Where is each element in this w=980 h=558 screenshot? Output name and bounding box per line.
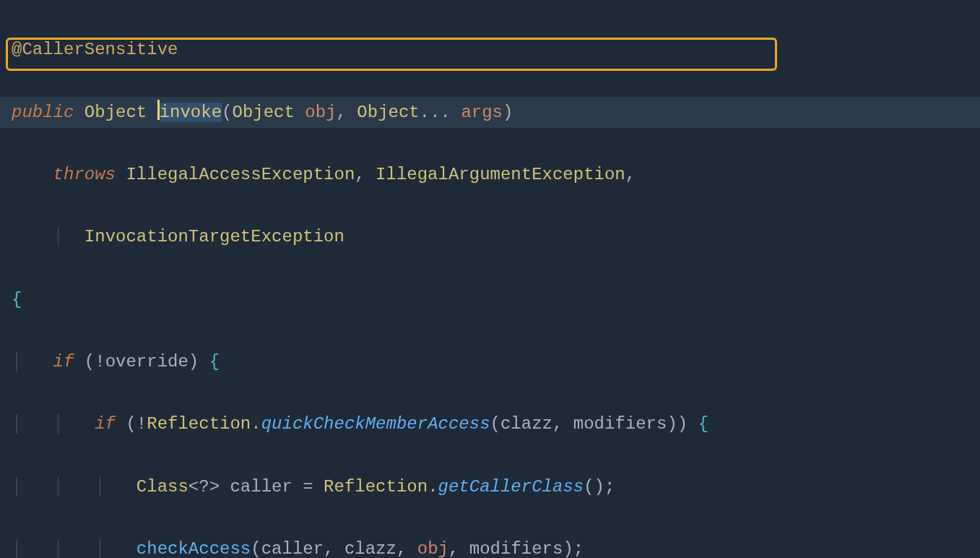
punct-token: = [303,477,313,497]
highlighted-line[interactable]: public Object invoke(Object obj, Object.… [0,97,980,128]
type-token: IllegalArgumentException [376,165,625,184]
punct-token: ) [503,103,513,122]
code-line[interactable]: │ │ if (!Reflection.quickCheckMemberAcce… [12,408,980,439]
indent-guide: │ │ │ [12,539,136,558]
type-token: InvocationTargetException [84,227,344,246]
punct-token: . [428,477,438,497]
param-token: args [461,103,503,122]
identifier-token: caller [230,477,292,497]
keyword-token: if [53,352,74,372]
punct-token: ( [126,414,136,434]
punct-token: , [552,414,563,434]
annotation-token: @CallerSensitive [12,40,178,59]
punct-token: , [337,103,347,122]
type-token: IllegalAccessException [126,165,355,184]
keyword-token: public [12,103,74,122]
identifier-token: modifiers [573,414,667,434]
punct-token: , [625,165,636,184]
punct-token: ( [251,539,261,558]
brace-token: { [698,414,708,434]
type-token: Reflection [147,414,251,434]
indent-guide: │ [53,227,84,246]
punct-token: ( [222,103,232,122]
punct-token: ( [84,352,95,372]
type-token: Class [136,477,188,497]
punct-token: ); [563,539,584,558]
code-line[interactable]: throws IllegalAccessException, IllegalAr… [12,159,980,190]
punct-token: (); [584,477,615,497]
indent-guide: │ │ │ [12,477,136,497]
type-token: Object [84,103,147,122]
punct-token: ... [420,103,451,122]
punct-token: , [448,539,459,558]
punct-token: ! [136,414,147,434]
method-name-token: invoke [160,103,222,122]
code-line[interactable]: │ InvocationTargetException [12,221,980,252]
punct-token: ( [490,414,500,434]
code-line[interactable]: │ if (!override) { [12,346,980,377]
method-call-token: quickCheckMemberAccess [261,414,490,434]
punct-token: . [251,414,261,434]
param-token: obj [417,539,448,558]
brace-token: { [12,290,22,309]
punct-token: ! [95,352,105,372]
method-call-token: getCallerClass [438,477,584,497]
code-line[interactable]: │ │ │ checkAccess(caller, clazz, obj, mo… [12,533,980,558]
indent-guide: │ [12,352,53,372]
identifier-token: modifiers [469,539,563,558]
type-token: Object [232,103,294,122]
identifier-token: override [105,352,188,372]
method-call-token: checkAccess [136,539,251,558]
type-token: Reflection [324,477,428,497]
identifier-token: clazz [344,539,396,558]
brace-token: { [209,352,220,372]
identifier-token: caller [261,539,324,558]
keyword-token: throws [53,165,116,184]
keyword-token: if [95,414,116,434]
punct-token: <?> [188,477,220,497]
type-token: Object [357,103,419,122]
punct-token: , [324,539,334,558]
punct-token: )) [667,414,688,434]
punct-token: ) [188,352,199,372]
code-line[interactable]: { [12,284,980,315]
code-line[interactable]: │ │ │ Class<?> caller = Reflection.getCa… [12,471,980,502]
code-line[interactable]: @CallerSensitive [12,34,980,65]
indent-guide: │ │ [12,414,95,434]
code-editor[interactable]: @CallerSensitive public Object invoke(Ob… [0,0,980,558]
punct-token: , [396,539,407,558]
punct-token: , [355,165,365,184]
param-token: obj [305,103,336,122]
identifier-token: clazz [500,414,552,434]
